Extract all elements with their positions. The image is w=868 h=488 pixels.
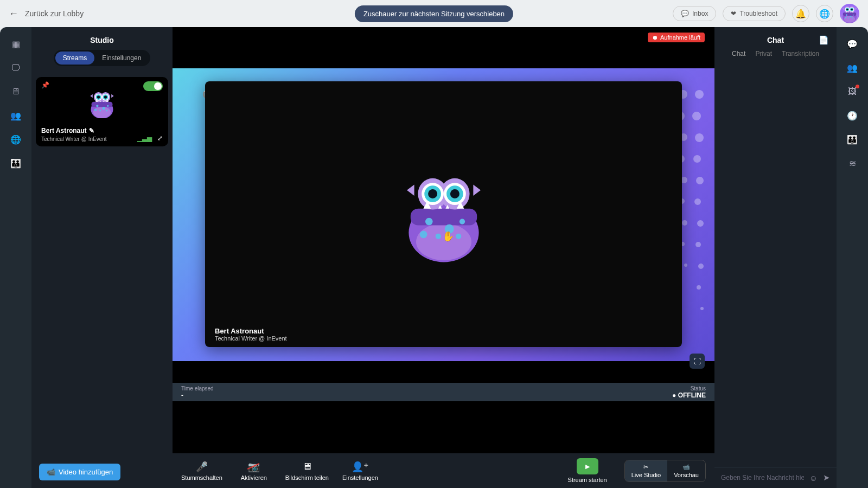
topbar: ← Zurück zur Lobby Zuschauer zur nächste… <box>0 0 868 27</box>
popout-icon[interactable]: ⤢ <box>157 134 163 142</box>
left-rail: ▦ 🖵 🖥 👥 🌐 👪 <box>0 27 31 488</box>
inbox-button[interactable]: 💬 Inbox <box>673 6 716 21</box>
chat-tabs: Chat Privat Transkription <box>714 50 837 62</box>
chat-tab-transcription[interactable]: Transkription <box>782 50 819 57</box>
bottom-controls: 🎤 Stummschalten 📷 Aktivieren 🖥 Bildschir… <box>173 453 714 488</box>
emoji-icon[interactable]: ☺ <box>809 473 818 483</box>
status-bar: Time elapsed - Status ● OFFLINE <box>173 383 714 401</box>
group-icon[interactable]: 👪 <box>10 157 22 169</box>
start-stream-label: Stream starten <box>568 477 607 483</box>
mic-icon: 🎤 <box>196 461 208 473</box>
notification-dot <box>856 85 859 88</box>
camera-off-icon: 📷 <box>248 461 260 473</box>
stream-toggle[interactable] <box>143 81 163 91</box>
video-name-overlay: Bert Astronaut Technical Writer @ InEven… <box>215 327 287 342</box>
time-elapsed-label: Time elapsed <box>181 386 214 391</box>
chat-input[interactable] <box>721 474 804 481</box>
back-arrow-icon[interactable]: ← <box>9 8 18 20</box>
screen-icon: 🖥 <box>302 461 312 473</box>
chat-bubble-icon: 💬 <box>681 10 689 17</box>
status-value: ● OFFLINE <box>672 391 706 399</box>
edit-icon[interactable]: ✎ <box>89 127 94 134</box>
lobby-link[interactable]: Zurück zur Lobby <box>25 9 84 18</box>
media-rail-icon[interactable]: 🖼 <box>846 86 858 98</box>
live-studio-mode[interactable]: ✂ Live Studio <box>625 460 667 481</box>
move-viewers-button[interactable]: Zuschauer zur nächsten Sitzung verschieb… <box>355 5 513 22</box>
chat-tab-private[interactable]: Privat <box>755 50 772 57</box>
studio-title: Studio <box>31 27 173 50</box>
layers-rail-icon[interactable]: ≋ <box>846 157 858 169</box>
bell-icon: 🔔 <box>795 9 806 19</box>
pin-icon[interactable]: 📌 <box>41 81 49 89</box>
user-avatar[interactable] <box>840 4 859 23</box>
video-icon: 📹 <box>47 468 55 476</box>
camera-icon: 📹 <box>682 464 690 471</box>
stream-card[interactable]: 📌 Bert Astronaut ✎ Technical Writer @ In… <box>36 77 168 146</box>
monitor-icon[interactable]: 🖵 <box>10 62 22 74</box>
chat-panel: Chat 📄 Chat Privat Transkription ☺ ➤ <box>714 27 837 488</box>
right-rail: 💬 👥 🖼 🕐 👪 ≋ <box>837 27 868 488</box>
video-area: Bert Astronaut Technical Writer @ InEven… <box>173 27 714 383</box>
chat-tab-chat[interactable]: Chat <box>732 50 745 57</box>
settings-button[interactable]: 👤⁺ Einstellungen <box>342 461 379 481</box>
status-label: Status <box>672 386 706 391</box>
notifications-button[interactable]: 🔔 <box>792 5 809 22</box>
tab-streams[interactable]: Streams <box>55 52 95 65</box>
globe-icon: 🌐 <box>819 9 830 19</box>
studio-tabs: Streams Einstellungen <box>31 50 173 73</box>
share-screen-button[interactable]: 🖥 Bildschirm teilen <box>285 461 329 481</box>
signal-icon: ▁▃▅ <box>137 134 152 142</box>
card-role: Technical Writer @ InEvent <box>41 136 107 142</box>
troubleshoot-label: Troubleshoot <box>739 10 777 17</box>
activate-camera-button[interactable]: 📷 Aktivieren <box>235 461 272 481</box>
preview-mode[interactable]: 📹 Vorschau <box>667 460 705 481</box>
chat-input-row: ☺ ➤ <box>714 467 837 488</box>
mode-switch: ✂ Live Studio 📹 Vorschau <box>624 460 706 482</box>
main-video[interactable]: Bert Astronaut Technical Writer @ InEven… <box>205 81 682 347</box>
layouts-icon[interactable]: ▦ <box>10 38 22 50</box>
participants-rail-icon[interactable]: 👥 <box>846 62 858 74</box>
chat-rail-icon[interactable]: 💬 <box>846 38 858 50</box>
troubleshoot-button[interactable]: ❤ Troubleshoot <box>723 6 786 21</box>
play-icon: ▶ <box>585 463 590 470</box>
record-icon: ⏺ <box>652 34 658 41</box>
tab-settings[interactable]: Einstellungen <box>94 52 149 65</box>
clock-rail-icon[interactable]: 🕐 <box>846 110 858 121</box>
chat-messages <box>714 62 837 467</box>
scissors-icon: ✂ <box>643 464 648 471</box>
add-video-button[interactable]: 📹 Video hinzufügen <box>39 464 120 480</box>
time-elapsed-value: - <box>181 391 214 399</box>
people-icon[interactable]: 👥 <box>10 110 22 121</box>
language-button[interactable]: 🌐 <box>816 5 833 22</box>
card-name: Bert Astronaut ✎ <box>41 127 94 134</box>
stage: ⏺ Aufnahme läuft <box>173 27 714 488</box>
notes-icon[interactable]: 📄 <box>819 35 829 45</box>
heartbeat-icon: ❤ <box>731 10 736 17</box>
presentation-icon[interactable]: 🖥 <box>10 86 22 98</box>
groups-rail-icon[interactable]: 👪 <box>846 133 858 145</box>
fullscreen-button[interactable]: ⛶ <box>690 354 705 369</box>
start-stream-button[interactable]: ▶ <box>577 458 598 474</box>
chat-title: Chat <box>767 36 784 44</box>
world-icon[interactable]: 🌐 <box>10 133 22 145</box>
user-plus-icon: 👤⁺ <box>352 461 369 473</box>
send-icon[interactable]: ➤ <box>823 473 830 483</box>
inbox-label: Inbox <box>692 10 708 17</box>
recording-indicator: ⏺ Aufnahme läuft <box>648 33 705 42</box>
mute-button[interactable]: 🎤 Stummschalten <box>181 461 222 481</box>
gallery-strip <box>173 401 714 453</box>
studio-panel: Studio Streams Einstellungen 📌 Bert Astr… <box>31 27 173 488</box>
